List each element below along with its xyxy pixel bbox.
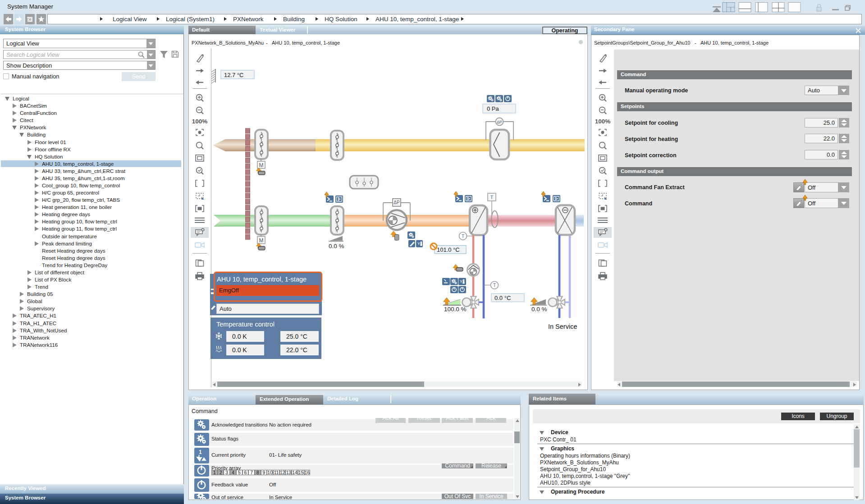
svg-text:In Service: In Service xyxy=(548,323,577,330)
svg-text:ΔP: ΔP xyxy=(497,120,502,124)
svg-text:M: M xyxy=(259,237,264,244)
svg-text:100.0 %: 100.0 % xyxy=(444,306,467,313)
svg-text:T: T xyxy=(462,234,464,239)
svg-text:Y: Y xyxy=(460,279,462,284)
svg-text:0.0 %: 0.0 % xyxy=(531,306,547,313)
svg-text:ΔP: ΔP xyxy=(394,200,400,205)
svg-text:1: 1 xyxy=(199,449,202,455)
svg-text:M: M xyxy=(259,162,264,168)
svg-text:T: T xyxy=(493,283,496,288)
svg-text:0.0 %: 0.0 % xyxy=(329,243,344,250)
svg-text:T: T xyxy=(490,195,494,200)
svg-text:Y: Y xyxy=(417,241,420,246)
svg-text:100%: 100% xyxy=(595,118,611,125)
